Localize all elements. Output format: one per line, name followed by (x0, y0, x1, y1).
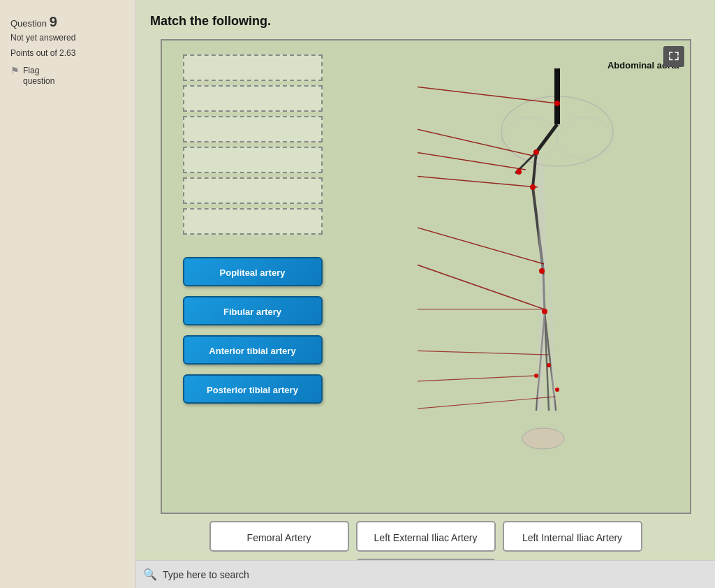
anatomy-diagram: Abdominal aorta (418, 47, 683, 494)
svg-point-28 (533, 149, 539, 155)
svg-point-29 (516, 169, 522, 175)
not-answered-status: Not yet answered (10, 33, 125, 43)
question-word-label: question (23, 76, 125, 86)
sidebar: Question 9 Not yet answered Points out o… (0, 0, 136, 588)
option-femoral-artery[interactable]: Femoral Artery (209, 521, 349, 552)
drop-zones-container (183, 54, 323, 235)
answer-anterior-tibial[interactable]: Anterior tibial artery (183, 335, 323, 365)
main-content: Match the following. Popliteal artery Fi… (136, 0, 715, 588)
option-left-external-iliac[interactable]: Left External Iliac Artery (356, 521, 496, 552)
answer-popliteal[interactable]: Popliteal artery (183, 257, 323, 286)
flag-button[interactable]: Flag (23, 66, 39, 75)
answer-fibular[interactable]: Fibular artery (183, 296, 323, 325)
search-icon: 🔍 (143, 568, 157, 581)
search-text[interactable]: Type here to search (163, 569, 249, 580)
flag-icon: ⚑ (10, 65, 20, 76)
option-left-internal-iliac[interactable]: Left Internal Iliac Artery (503, 521, 642, 552)
drop-zone-1[interactable] (183, 54, 323, 81)
svg-point-34 (547, 363, 551, 367)
drop-zone-4[interactable] (183, 147, 323, 173)
svg-point-31 (539, 268, 545, 274)
taskbar: 🔍 Type here to search (136, 560, 715, 588)
points-label: Points out of 2.63 (10, 48, 125, 58)
drop-zone-5[interactable] (183, 177, 323, 204)
question-number: 9 (50, 14, 57, 29)
answer-buttons-container: Popliteal artery Fibular artery Anterior… (183, 257, 323, 404)
svg-point-27 (554, 101, 560, 106)
expand-button[interactable] (663, 46, 684, 67)
drop-zone-6[interactable] (183, 208, 323, 235)
svg-point-35 (555, 388, 559, 392)
skeleton-svg (418, 47, 683, 494)
svg-point-32 (542, 309, 547, 314)
svg-line-14 (540, 274, 543, 411)
drop-zone-2[interactable] (183, 85, 323, 112)
question-title: Match the following. (150, 14, 701, 29)
flag-label: Flag (23, 66, 39, 75)
svg-point-33 (534, 374, 538, 378)
question-label: Question 9 (10, 14, 125, 30)
svg-line-13 (540, 159, 543, 271)
question-word: Question (10, 18, 47, 29)
drop-zone-3[interactable] (183, 116, 323, 142)
svg-point-16 (522, 428, 564, 449)
quiz-box: Popliteal artery Fibular artery Anterior… (161, 39, 691, 514)
svg-point-30 (530, 184, 536, 190)
svg-rect-0 (418, 47, 683, 494)
answer-posterior-tibial[interactable]: Posterior tibial artery (183, 374, 323, 404)
